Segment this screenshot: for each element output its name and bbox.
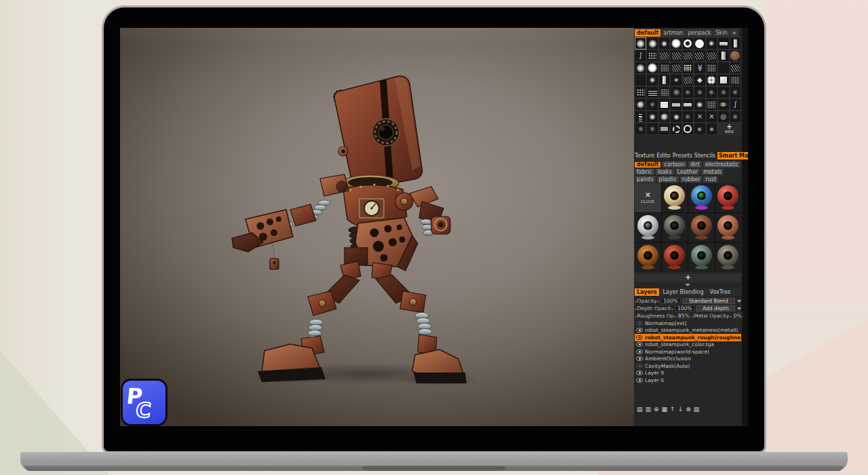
- layer-row[interactable]: AmbientOcclusion: [635, 356, 741, 363]
- material-category-paints[interactable]: paints: [635, 176, 656, 183]
- brush-soft-sm[interactable]: [670, 111, 682, 123]
- gray-material[interactable]: [715, 243, 742, 272]
- copper-material[interactable]: [688, 213, 715, 242]
- brush-ring-lg[interactable]: [682, 123, 694, 135]
- brush-tab-penpack[interactable]: penpack: [686, 29, 713, 37]
- brush-scratch[interactable]: [670, 50, 682, 62]
- brush-burst[interactable]: ∗: [670, 74, 682, 86]
- brush-blob-sm[interactable]: [682, 86, 694, 98]
- brush-square[interactable]: [717, 74, 729, 86]
- blend-mode-dropdown[interactable]: Standard Blend: [682, 298, 735, 304]
- brush-blob[interactable]: [670, 86, 682, 98]
- layer-folder-icon[interactable]: ▨: [694, 406, 700, 413]
- add-layer-icon[interactable]: ⊕: [654, 406, 659, 413]
- brush-soft[interactable]: [635, 37, 646, 50]
- opacity-value-field[interactable]: 100%: [660, 298, 681, 304]
- brush-dots[interactable]: [635, 86, 646, 98]
- brush-blob-sm[interactable]: [646, 123, 658, 135]
- brush-tab-artman[interactable]: artman: [661, 29, 685, 37]
- layer-row[interactable]: Normalmap(world-space): [635, 348, 741, 356]
- layer-visibility-eye-icon[interactable]: [636, 349, 643, 354]
- brush-dot[interactable]: [694, 123, 705, 135]
- depth-dropdown-caret-icon[interactable]: [737, 307, 741, 310]
- layer-visibility-eye-icon[interactable]: [636, 370, 643, 375]
- brush-bird[interactable]: ×: [694, 111, 705, 123]
- layer-row[interactable]: robot_steampunk_color.tga: [635, 341, 741, 349]
- brush-splat[interactable]: [658, 111, 670, 123]
- brush-blob-sm[interactable]: [730, 111, 741, 123]
- layer-visibility-eye-icon[interactable]: [636, 378, 643, 383]
- brush-squiggle[interactable]: ∫: [635, 50, 646, 62]
- depth-blend-dropdown[interactable]: Add depth: [696, 305, 735, 311]
- brush-scratch[interactable]: [682, 50, 694, 62]
- brush-noise[interactable]: [658, 86, 670, 98]
- material-category-electrostatic[interactable]: electrostatic: [703, 162, 741, 168]
- brush-blob-sm[interactable]: [730, 86, 741, 98]
- layer-visibility-eye-icon[interactable]: [636, 342, 643, 347]
- brush-target[interactable]: ◎: [717, 111, 729, 123]
- brush-noise[interactable]: [730, 74, 741, 86]
- new-layer-icon[interactable]: ▤: [637, 406, 643, 413]
- brush-blob-sm[interactable]: [717, 86, 729, 98]
- brush-dark[interactable]: [717, 62, 729, 74]
- brush-squiggle[interactable]: ∫: [730, 98, 741, 111]
- brush-blob-sm[interactable]: [694, 86, 705, 98]
- layer-visibility-eye-icon[interactable]: [636, 328, 643, 332]
- brush-tab-add[interactable]: +: [730, 29, 739, 37]
- delete-layer-icon[interactable]: ▥: [646, 406, 652, 413]
- viewport-3d[interactable]: P C: [120, 28, 634, 426]
- brush-bar-lt[interactable]: [717, 50, 729, 62]
- menu-item-edito[interactable]: Edito: [656, 153, 670, 159]
- red-material[interactable]: [715, 183, 742, 212]
- material-category-leather[interactable]: Leather: [675, 169, 701, 175]
- dark-glass-material[interactable]: [662, 213, 688, 242]
- add-button[interactable]: +: [635, 273, 741, 282]
- close-material-button[interactable]: ✕CLOSE: [635, 183, 661, 212]
- brush-smudge[interactable]: [717, 98, 729, 111]
- brush-soft[interactable]: [646, 37, 658, 50]
- brush-coil[interactable]: [635, 111, 646, 123]
- layer-row[interactable]: Normalmap[ext]: [635, 320, 741, 327]
- bronze-material[interactable]: [635, 243, 661, 272]
- move-layer-down-icon[interactable]: ↓: [678, 406, 684, 413]
- brush-ring[interactable]: [682, 37, 694, 50]
- brush-splat[interactable]: [635, 98, 646, 111]
- worn-red-material[interactable]: [662, 243, 688, 272]
- brush-chevrons[interactable]: ≫: [694, 62, 705, 74]
- move-layer-up-icon[interactable]: ↑: [670, 406, 675, 413]
- layer-visibility-eye-icon[interactable]: [636, 356, 643, 361]
- brush-noise[interactable]: [706, 98, 717, 111]
- menu-item-texture[interactable]: Texture: [635, 153, 654, 159]
- teal-material[interactable]: [688, 243, 715, 272]
- brush-soft-sm[interactable]: [658, 37, 670, 50]
- brush-diamond[interactable]: ◆: [694, 74, 705, 86]
- tab-voxtree[interactable]: VoxTree: [708, 288, 733, 296]
- brush-waves[interactable]: [646, 86, 658, 98]
- duplicate-layer-icon[interactable]: ▦: [662, 406, 668, 413]
- material-category-rubber[interactable]: rubber: [680, 176, 703, 183]
- chrome-material[interactable]: [635, 213, 661, 242]
- brush-speck[interactable]: [706, 37, 717, 50]
- brush-scratch[interactable]: [670, 62, 682, 74]
- layer-row[interactable]: robot_steampunk_metalness(metall): [635, 327, 741, 335]
- layer-row[interactable]: Layer 9: [635, 370, 741, 377]
- brush-noise[interactable]: [658, 62, 670, 74]
- brush-blob-sm[interactable]: [682, 111, 694, 123]
- cream-material[interactable]: [662, 183, 688, 212]
- new-brush-button[interactable]: +NEW: [717, 123, 741, 135]
- blend-dropdown-caret-icon[interactable]: [737, 300, 741, 303]
- brush-vbar[interactable]: [658, 74, 670, 86]
- material-category-fabric[interactable]: fabric: [635, 169, 654, 175]
- salmon-copper-material[interactable]: [715, 213, 742, 242]
- toon-blue-material[interactable]: [688, 183, 715, 212]
- brush-scratch[interactable]: [694, 50, 705, 62]
- layer-row[interactable]: CavityMask(Auto): [635, 362, 741, 370]
- brush-tab-default[interactable]: default: [635, 29, 660, 37]
- brush-dots[interactable]: [646, 50, 658, 62]
- brush-scratch[interactable]: [706, 50, 717, 62]
- brush-blob-sm[interactable]: [635, 123, 646, 135]
- brush-square-lt[interactable]: [658, 98, 670, 111]
- menu-item-presets[interactable]: Presets: [673, 153, 692, 159]
- material-category-leaks[interactable]: leaks: [656, 169, 674, 175]
- menu-item-stencils[interactable]: Stencils: [694, 153, 715, 159]
